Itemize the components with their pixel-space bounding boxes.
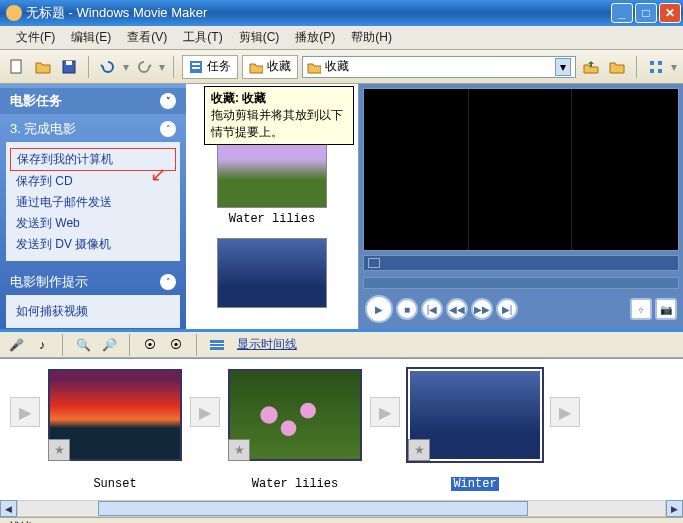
open-button[interactable]	[32, 56, 54, 78]
forward-button[interactable]: ▶▶	[471, 298, 493, 320]
collapse-icon[interactable]: ˄	[160, 274, 176, 290]
window-title: 无标题 - Windows Movie Maker	[26, 4, 609, 22]
separator	[636, 56, 637, 78]
preview-screen	[363, 88, 679, 251]
link-save-cd[interactable]: 保存到 CD	[10, 171, 176, 192]
tooltip-body: 拖动剪辑并将其放到以下情节提要上。	[211, 108, 343, 139]
scroll-track[interactable]	[17, 500, 666, 517]
svg-rect-9	[658, 69, 662, 73]
clip-sunset[interactable]: ★ Sunset	[48, 369, 182, 491]
task-pane: 电影任务 ˅ 3. 完成电影 ˄ 保存到我的计算机 保存到 CD 通过电子邮件发…	[0, 84, 186, 329]
undo-dropdown-icon[interactable]: ▾	[123, 60, 129, 74]
transition-slot[interactable]: ▶	[10, 397, 40, 427]
clip-winter[interactable]: ★ Winter	[408, 369, 542, 491]
timeline-toolbar: 🎤 ♪ 🔍 🔎 ⦿ ⦿ 显示时间线	[0, 332, 683, 358]
separator	[129, 334, 130, 356]
audio-levels-button[interactable]: ♪	[32, 335, 52, 355]
transition-slot[interactable]: ▶	[550, 397, 580, 427]
link-save-computer[interactable]: 保存到我的计算机	[10, 148, 176, 171]
effect-star-icon[interactable]: ★	[48, 439, 70, 461]
prev-button[interactable]: |◀	[421, 298, 443, 320]
seek-bar[interactable]	[363, 277, 679, 289]
collections-button[interactable]: 收藏	[242, 55, 298, 79]
save-button[interactable]	[58, 56, 80, 78]
clip-label: Sunset	[93, 477, 136, 491]
status-bar: 就绪	[0, 517, 683, 523]
horizontal-scrollbar[interactable]: ◀ ▶	[0, 500, 683, 517]
next-button[interactable]: ▶|	[496, 298, 518, 320]
new-folder-button[interactable]	[606, 56, 628, 78]
clip-label: Winter	[451, 477, 498, 491]
close-button[interactable]: ✕	[659, 3, 681, 23]
zoom-in-button[interactable]: 🔍	[73, 335, 93, 355]
menu-help[interactable]: 帮助(H)	[343, 27, 400, 48]
clip-label: Water lilies	[252, 477, 338, 491]
collapse-icon[interactable]: ˄	[160, 121, 176, 137]
link-send-web[interactable]: 发送到 Web	[10, 213, 176, 234]
redo-dropdown-icon[interactable]: ▾	[159, 60, 165, 74]
view-dropdown-icon[interactable]: ▾	[671, 60, 677, 74]
tasks-button[interactable]: 任务	[182, 55, 238, 79]
snapshot-button[interactable]: 📷	[655, 298, 677, 320]
link-send-email[interactable]: 通过电子邮件发送	[10, 192, 176, 213]
undo-button[interactable]	[97, 56, 119, 78]
redo-button[interactable]	[133, 56, 155, 78]
clip-water-lilies[interactable]: ★ Water lilies	[228, 369, 362, 491]
menu-view[interactable]: 查看(V)	[119, 27, 175, 48]
maximize-button[interactable]: □	[635, 3, 657, 23]
main-area: 电影任务 ˅ 3. 完成电影 ˄ 保存到我的计算机 保存到 CD 通过电子邮件发…	[0, 84, 683, 332]
transition-slot[interactable]: ▶	[370, 397, 400, 427]
play-button[interactable]: ▶	[365, 295, 393, 323]
menu-play[interactable]: 播放(P)	[287, 27, 343, 48]
svg-rect-5	[192, 67, 200, 69]
effect-star-icon[interactable]: ★	[408, 439, 430, 461]
svg-rect-8	[650, 69, 654, 73]
show-timeline-link[interactable]: 显示时间线	[237, 336, 297, 353]
rewind-button[interactable]: ◀◀	[446, 298, 468, 320]
transition-slot[interactable]: ▶	[190, 397, 220, 427]
menu-edit[interactable]: 编辑(E)	[63, 27, 119, 48]
toolbar: ▾ ▾ 任务 收藏 收藏 ▾ ▾	[0, 50, 683, 84]
rewind-storyboard-button[interactable]: ⦿	[140, 335, 160, 355]
fullscreen-icon[interactable]	[368, 258, 380, 268]
svg-rect-12	[210, 346, 224, 347]
effect-star-icon[interactable]: ★	[228, 439, 250, 461]
link-capture-video[interactable]: 如何捕获视频	[10, 301, 176, 322]
tips-label: 电影制作提示	[10, 273, 88, 291]
svg-rect-0	[11, 60, 21, 73]
separator	[62, 334, 63, 356]
svg-rect-4	[192, 63, 200, 65]
group-finish-movie[interactable]: 3. 完成电影 ˄	[0, 114, 186, 142]
status-text: 就绪	[8, 519, 32, 523]
menu-clip[interactable]: 剪辑(C)	[231, 27, 288, 48]
zoom-out-button[interactable]: 🔎	[99, 335, 119, 355]
menu-file[interactable]: 文件(F)	[8, 27, 63, 48]
collection-combo[interactable]: 收藏 ▾	[302, 56, 576, 78]
scroll-thumb[interactable]	[98, 501, 528, 516]
collections-label: 收藏	[267, 58, 291, 75]
play-storyboard-button[interactable]: ⦿	[166, 335, 186, 355]
group-tips[interactable]: 电影制作提示 ˄	[0, 267, 186, 295]
narrate-button[interactable]: 🎤	[6, 335, 26, 355]
preview-buttons: ▶ ■ |◀ ◀◀ ▶▶ ▶| ⎀ 📷	[361, 289, 681, 327]
menu-tools[interactable]: 工具(T)	[175, 27, 230, 48]
combo-arrow-icon[interactable]: ▾	[555, 58, 571, 76]
link-send-dv[interactable]: 发送到 DV 摄像机	[10, 234, 176, 255]
scroll-right-icon[interactable]: ▶	[666, 500, 683, 517]
split-button[interactable]: ⎀	[630, 298, 652, 320]
up-level-button[interactable]	[580, 56, 602, 78]
view-button[interactable]	[645, 56, 667, 78]
app-icon	[6, 5, 22, 21]
stop-button[interactable]: ■	[396, 298, 418, 320]
new-button[interactable]	[6, 56, 28, 78]
tasks-icon	[189, 60, 203, 74]
separator	[88, 56, 89, 78]
thumb-water-lilies[interactable]	[217, 138, 327, 208]
collapse-icon[interactable]: ˅	[160, 93, 176, 109]
scroll-left-icon[interactable]: ◀	[0, 500, 17, 517]
minimize-button[interactable]: _	[611, 3, 633, 23]
menu-bar: 文件(F) 编辑(E) 查看(V) 工具(T) 剪辑(C) 播放(P) 帮助(H…	[0, 26, 683, 50]
tasks-label: 任务	[207, 58, 231, 75]
clip-thumb: ★	[408, 369, 542, 461]
thumb-winter[interactable]	[217, 238, 327, 308]
